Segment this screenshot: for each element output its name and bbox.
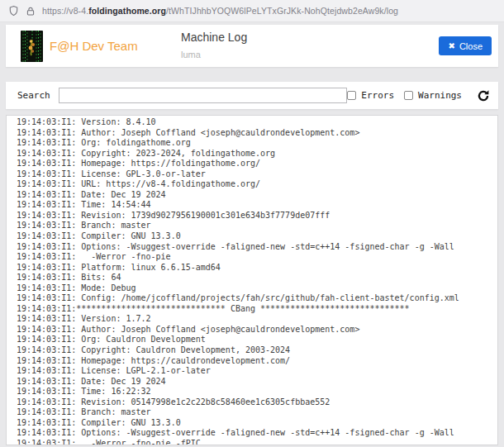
log-line: 19:14:03:I1: Branch: master xyxy=(17,221,492,231)
url-domain: foldingathome.org xyxy=(88,6,166,16)
log-line: 19:14:03:I1: Revision: 1739d902795619000… xyxy=(17,211,492,221)
log-line: 19:14:03:I1: Platform: linux 6.6.15-amd6… xyxy=(17,263,492,273)
log-line: 19:14:03:I1: Options: -Wsuggest-override… xyxy=(17,242,492,253)
log-line: 19:14:03:I1: Version: 8.4.10 xyxy=(17,117,492,128)
log-line: 19:14:03:I1: Author: Joseph Coffland <jo… xyxy=(17,128,492,139)
log-line: 19:14:03:I1: Copyright: 2023-2024, foldi… xyxy=(17,149,492,159)
log-line: 19:14:03:I1: Compiler: GNU 13.3.0 xyxy=(17,231,492,242)
log-line: 19:14:03:I1: Homepage: https://cauldrond… xyxy=(17,356,492,367)
warnings-checkbox[interactable] xyxy=(404,91,413,100)
lock-icon[interactable] xyxy=(26,6,36,17)
log-line: 19:14:03:I1: Mode: Debug xyxy=(17,283,492,294)
close-button[interactable]: ✖ Close xyxy=(439,36,492,55)
header: F@H Dev Team Machine Log luma ✖ Close xyxy=(6,25,498,67)
log-line: 19:14:03:I1: Config: /home/jcoffland/pro… xyxy=(17,293,492,304)
log-line: 19:14:03:I1: Time: 14:54:44 xyxy=(17,200,492,211)
log-line: 19:14:03:I1: Homepage: https://foldingat… xyxy=(17,159,492,169)
log-line: 19:14:03:I1: Revision: 05147998e1c2c22b8… xyxy=(17,397,492,408)
log-line: 19:14:03:I1: Org: foldingathome.org xyxy=(17,138,492,149)
log-line: 19:14:03:I1: Time: 16:22:32 xyxy=(17,387,492,397)
log-line: 19:14:03:I1: Options: -Wsuggest-override… xyxy=(17,428,492,439)
log-line: 19:14:03:I1: License: GPL-3.0-or-later xyxy=(17,169,492,180)
log-line: 19:14:03:I1: Date: Dec 19 2024 xyxy=(17,190,492,201)
brand-name[interactable]: F@H Dev Team xyxy=(50,39,138,53)
url-scheme-host: https://v8-4. xyxy=(42,6,88,16)
log-line: 19:14:03:I1: -Werror -fno-pie -fPIC xyxy=(17,439,492,445)
close-icon: ✖ xyxy=(448,42,454,50)
log-output[interactable]: 19:14:03:I1: Version: 8.4.1019:14:03:I1:… xyxy=(6,115,498,445)
shield-icon[interactable] xyxy=(8,5,19,17)
errors-checkbox[interactable] xyxy=(347,91,356,100)
log-line: 19:14:03:I1: Branch: master xyxy=(17,407,492,418)
log-line: 19:14:03:I1: Copyright: Cauldron Develop… xyxy=(17,345,492,356)
log-line: 19:14:03:I1: Date: Dec 19 2024 xyxy=(17,377,492,388)
log-line: 19:14:03:I1: License: LGPL-2.1-or-later xyxy=(17,366,492,377)
search-input[interactable] xyxy=(59,88,348,103)
log-line: 19:14:03:I1: URL: https://v8-4.foldingat… xyxy=(17,179,492,190)
errors-label[interactable]: Errors xyxy=(361,90,394,101)
close-button-label: Close xyxy=(459,41,483,51)
url-path: /tWhTIJhhbYOQW6lPeLYTxGrJKk-NohQtejdwb2e… xyxy=(166,6,398,16)
log-line: 19:14:03:I1: Author: Joseph Coffland <jo… xyxy=(17,325,492,335)
log-line: 19:14:03:I1:****************************… xyxy=(17,304,492,315)
warnings-label[interactable]: Warnings xyxy=(418,90,462,101)
log-line: 19:14:03:I1: Org: Cauldron Development xyxy=(17,335,492,345)
refresh-icon[interactable] xyxy=(477,89,490,102)
browser-url-bar: https://v8-4.foldingathome.org/tWhTIJhhb… xyxy=(0,0,504,22)
log-toolbar: Search Errors Warnings xyxy=(6,82,498,109)
log-line: 19:14:03:I1: Version: 1.7.2 xyxy=(17,314,492,325)
log-line: 19:14:03:I1: -Werror -fno-pie xyxy=(17,252,492,263)
page-title: Machine Log xyxy=(181,31,247,44)
search-label: Search xyxy=(17,90,50,101)
fah-logo[interactable] xyxy=(21,31,43,62)
log-line: 19:14:03:I1: Bits: 64 xyxy=(17,273,492,283)
address-url[interactable]: https://v8-4.foldingathome.org/tWhTIJhhb… xyxy=(42,6,398,16)
machine-name: luma xyxy=(181,50,247,59)
log-line: 19:14:03:I1: Compiler: GNU 13.3.0 xyxy=(17,418,492,429)
